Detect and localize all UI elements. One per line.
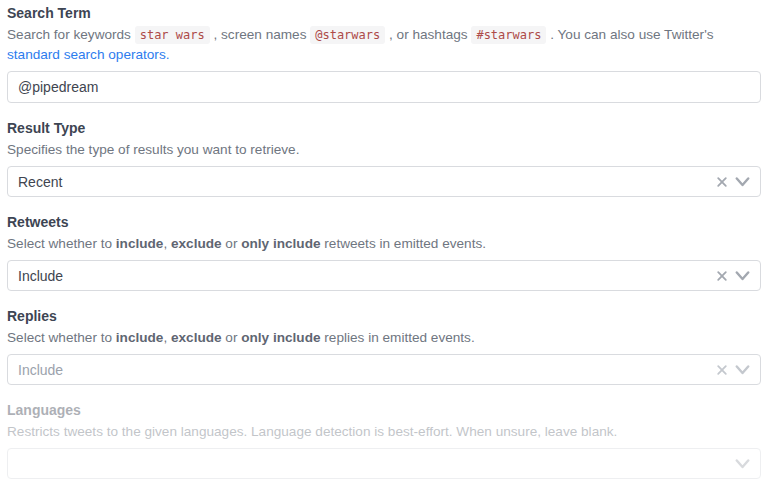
- standard-search-operators-link[interactable]: standard search operators.: [7, 47, 169, 62]
- only-include-bold: only include: [241, 236, 320, 251]
- text-segment: retweets in emitted events.: [321, 236, 486, 251]
- only-include-bold: only include: [241, 330, 320, 345]
- text-segment: ,: [163, 236, 171, 251]
- screen-name-example-code: @starwars: [310, 26, 385, 44]
- result-type-selected-value: Recent: [18, 174, 716, 190]
- field-retweets: Retweets Select whether to include, excl…: [7, 214, 761, 291]
- retweets-select[interactable]: Include: [7, 260, 761, 291]
- result-type-label: Result Type: [7, 120, 761, 136]
- replies-description: Select whether to include, exclude or on…: [7, 328, 761, 348]
- result-type-select[interactable]: Recent: [7, 166, 761, 197]
- exclude-bold: exclude: [171, 330, 222, 345]
- retweets-selected-value: Include: [18, 268, 716, 284]
- text-segment: Select whether to: [7, 236, 116, 251]
- field-result-type: Result Type Specifies the type of result…: [7, 120, 761, 197]
- text-segment: , screen names: [210, 27, 311, 42]
- field-search-term: Search Term Search for keywords star war…: [7, 5, 761, 103]
- keyword-example-code: star wars: [135, 26, 210, 44]
- chevron-down-icon[interactable]: [735, 459, 750, 469]
- exclude-bold: exclude: [171, 236, 222, 251]
- clear-icon[interactable]: [716, 176, 728, 188]
- search-term-input[interactable]: [7, 71, 761, 103]
- retweets-label: Retweets: [7, 214, 761, 230]
- text-segment: ,: [163, 330, 171, 345]
- text-segment: Select whether to: [7, 330, 116, 345]
- search-term-label: Search Term: [7, 5, 761, 21]
- languages-label: Languages: [7, 402, 761, 418]
- include-bold: include: [116, 330, 164, 345]
- result-type-description: Specifies the type of results you want t…: [7, 140, 761, 160]
- hashtag-example-code: #starwars: [471, 26, 546, 44]
- languages-description: Restricts tweets to the given languages.…: [7, 422, 761, 442]
- chevron-down-icon[interactable]: [735, 271, 750, 281]
- text-segment: replies in emitted events.: [321, 330, 475, 345]
- replies-label: Replies: [7, 308, 761, 324]
- replies-selected-value: Include: [18, 362, 716, 378]
- field-replies: Replies Select whether to include, exclu…: [7, 308, 761, 385]
- languages-select[interactable]: [7, 448, 761, 479]
- text-segment: Search for keywords: [7, 27, 135, 42]
- clear-icon[interactable]: [716, 270, 728, 282]
- search-term-description: Search for keywords star wars , screen n…: [7, 25, 761, 65]
- text-segment: . You can also use Twitter's: [546, 27, 713, 42]
- retweets-description: Select whether to include, exclude or on…: [7, 234, 761, 254]
- field-languages: Languages Restricts tweets to the given …: [7, 402, 761, 479]
- chevron-down-icon[interactable]: [735, 365, 750, 375]
- text-segment: , or hashtags: [385, 27, 471, 42]
- replies-select[interactable]: Include: [7, 354, 761, 385]
- chevron-down-icon[interactable]: [735, 177, 750, 187]
- text-segment: or: [222, 330, 242, 345]
- clear-icon[interactable]: [716, 364, 728, 376]
- text-segment: or: [222, 236, 242, 251]
- config-form: Search Term Search for keywords star war…: [0, 0, 768, 479]
- include-bold: include: [116, 236, 164, 251]
